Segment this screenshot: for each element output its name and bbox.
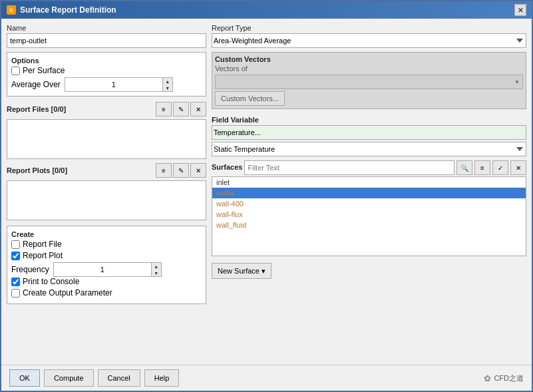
options-section: Options Per Surface Average Over ▲ ▼	[7, 52, 206, 97]
vectors-of-label: Vectors of	[215, 65, 523, 73]
report-type-select[interactable]: Area-Weighted Average	[212, 33, 526, 48]
report-plots-header-row: Report Plots [0/0] ≡ ✎ ✕	[7, 163, 206, 179]
help-button[interactable]: Help	[144, 369, 180, 387]
report-type-label: Report Type	[212, 24, 526, 32]
report-files-list	[7, 119, 206, 159]
brand-logo-icon: ✿	[484, 373, 491, 383]
name-section: Name	[7, 24, 206, 48]
report-plots-label: Report Plots [0/0]	[7, 166, 153, 174]
dialog-footer: OK Compute Cancel Help ✿ CFD之道	[1, 365, 532, 391]
surfaces-header-row: Surfaces 🔍 ≡ ✓ ✕	[212, 160, 526, 175]
per-surface-label: Per Surface	[23, 66, 65, 75]
surfaces-label: Surfaces	[212, 163, 242, 171]
report-plot-row: Report Plot	[11, 251, 202, 260]
frequency-down[interactable]: ▼	[152, 270, 161, 276]
average-over-row: Average Over ▲ ▼	[11, 77, 202, 92]
custom-vectors-label: Custom Vectors	[215, 55, 523, 63]
surfaces-filter-input[interactable]	[244, 160, 454, 175]
field-variable-primary-select[interactable]: Temperature...	[212, 125, 526, 140]
surface-item-wall400[interactable]: wall-400	[212, 198, 526, 209]
report-file-row: Report File	[11, 240, 202, 249]
field-variable-secondary-select[interactable]: Static Temperature	[212, 142, 526, 156]
title-bar-left: S Surface Report Definition	[7, 5, 116, 15]
new-surface-button[interactable]: New Surface ▾	[212, 263, 271, 279]
frequency-spinner: ▲ ▼	[53, 262, 162, 277]
report-file-label: Report File	[23, 240, 62, 249]
surfaces-list-btn[interactable]: ≡	[474, 160, 490, 175]
report-plots-section: Report Plots [0/0] ≡ ✎ ✕	[7, 163, 206, 220]
close-button[interactable]: ✕	[514, 4, 526, 16]
print-console-row: Print to Console	[11, 277, 202, 286]
footer-buttons: OK Compute Cancel Help	[9, 369, 179, 387]
report-file-checkbox[interactable]	[11, 240, 20, 249]
output-param-checkbox[interactable]	[11, 289, 20, 297]
brand-section: ✿ CFD之道	[484, 373, 524, 383]
right-panel: Report Type Area-Weighted Average Custom…	[212, 24, 526, 359]
surfaces-section: Surfaces 🔍 ≡ ✓ ✕ inlet outlet wall-400 w…	[212, 160, 526, 256]
create-label: Create	[11, 230, 202, 238]
name-label: Name	[7, 24, 206, 32]
report-files-section: Report Files [0/0] ≡ ✎ ✕	[7, 102, 206, 159]
surface-item-inlet[interactable]: inlet	[212, 177, 526, 188]
surface-item-wallflux[interactable]: wall-flux	[212, 209, 526, 220]
report-plots-delete-btn[interactable]: ✕	[190, 163, 206, 178]
frequency-input[interactable]	[53, 262, 152, 277]
brand-name: CFD之道	[494, 373, 524, 383]
frequency-row: Frequency ▲ ▼	[11, 262, 202, 277]
field-variable-section: Field Variable Temperature... Static Tem…	[212, 116, 526, 156]
dialog-body: Name Options Per Surface Average Over ▲	[1, 19, 532, 365]
print-console-checkbox[interactable]	[11, 278, 20, 286]
surfaces-list: inlet outlet wall-400 wall-flux wall_flu…	[212, 176, 526, 256]
output-param-label: Create Output Parameter	[23, 288, 112, 297]
print-console-label: Print to Console	[23, 277, 79, 286]
spinner-up[interactable]: ▲	[163, 78, 172, 85]
new-surface-container: New Surface ▾	[212, 263, 526, 279]
left-panel: Name Options Per Surface Average Over ▲	[7, 24, 206, 359]
report-plot-label: Report Plot	[23, 251, 63, 260]
report-plots-edit-btn[interactable]: ✎	[173, 163, 189, 178]
report-files-delete-btn[interactable]: ✕	[190, 102, 206, 116]
field-variable-primary-wrapper: Temperature...	[212, 125, 526, 140]
report-type-section: Report Type Area-Weighted Average	[212, 24, 526, 48]
spinner-buttons: ▲ ▼	[163, 77, 173, 92]
dialog-title: Surface Report Definition	[20, 5, 116, 15]
frequency-label: Frequency	[11, 265, 49, 274]
vectors-of-arrow: ▼	[514, 79, 520, 85]
custom-vectors-section: Custom Vectors Vectors of ▼ Custom Vecto…	[212, 52, 526, 109]
report-files-toolbar: ≡ ✎ ✕	[156, 102, 206, 116]
field-variable-secondary-wrapper: Static Temperature	[212, 142, 526, 156]
average-over-label: Average Over	[11, 80, 61, 89]
report-plots-list-btn[interactable]: ≡	[156, 163, 172, 178]
output-param-row: Create Output Parameter	[11, 288, 202, 297]
dialog-icon: S	[7, 5, 16, 15]
frequency-spinner-buttons: ▲ ▼	[152, 262, 162, 277]
surface-item-outlet[interactable]: outlet	[212, 188, 526, 198]
ok-button[interactable]: OK	[9, 369, 40, 387]
custom-vectors-button[interactable]: Custom Vectors...	[215, 91, 285, 106]
surfaces-check-btn[interactable]: ✓	[492, 160, 508, 175]
cancel-button[interactable]: Cancel	[98, 369, 140, 387]
vectors-of-select[interactable]: ▼	[215, 75, 523, 89]
average-over-input[interactable]	[65, 77, 163, 92]
report-files-list-btn[interactable]: ≡	[156, 102, 172, 116]
report-files-label: Report Files [0/0]	[7, 105, 153, 113]
frequency-up[interactable]: ▲	[152, 263, 161, 270]
per-surface-checkbox[interactable]	[11, 67, 20, 75]
surfaces-filter-btn[interactable]: 🔍	[456, 160, 472, 175]
compute-button[interactable]: Compute	[44, 369, 94, 387]
report-files-edit-btn[interactable]: ✎	[173, 102, 189, 116]
surfaces-uncheck-btn[interactable]: ✕	[510, 160, 526, 175]
create-section: Create Report File Report Plot Frequency…	[7, 226, 206, 304]
average-over-spinner: ▲ ▼	[65, 77, 173, 92]
per-surface-row: Per Surface	[11, 66, 202, 75]
report-type-select-wrapper: Area-Weighted Average	[212, 33, 526, 48]
report-plot-checkbox[interactable]	[11, 252, 20, 260]
options-label: Options	[11, 57, 202, 65]
name-input[interactable]	[7, 33, 206, 48]
report-files-header-row: Report Files [0/0] ≡ ✎ ✕	[7, 102, 206, 118]
field-variable-label: Field Variable	[212, 116, 526, 124]
surface-item-wallfluid[interactable]: wall_fluid	[212, 220, 526, 230]
spinner-down[interactable]: ▼	[163, 85, 172, 91]
title-bar: S Surface Report Definition ✕	[1, 1, 532, 19]
report-plots-list	[7, 180, 206, 220]
